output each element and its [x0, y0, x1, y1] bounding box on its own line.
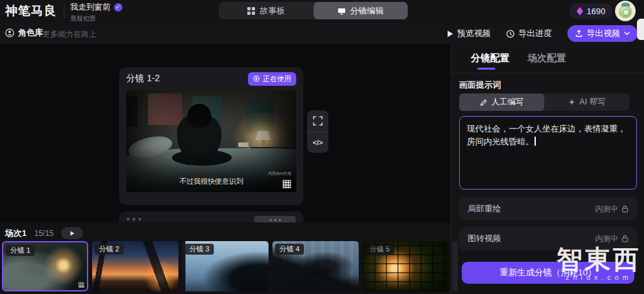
prompt-mode-switch: 人工编写 AI 帮写 — [459, 93, 629, 111]
mode-manual-label: 人工编写 — [491, 97, 524, 108]
in-use-badge: 正在使用 — [248, 72, 296, 86]
divider — [64, 4, 64, 18]
view-tabs: 故事板 分镜编辑 — [219, 2, 408, 19]
top-bar: 神笔马良 我走到窗前 ✓ 悬疑犯罪 故事板 — [0, 0, 644, 23]
thumbnail-shot-3[interactable]: 分镜 3 — [182, 241, 269, 291]
play-icon — [447, 30, 453, 37]
inpaint-status: 内测中 — [595, 204, 618, 215]
regenerate-shot-button[interactable]: 重新生成分镜（消耗10） — [462, 262, 634, 284]
text-caret — [535, 137, 536, 146]
toolbar-actions: 预览视频 导出进度 导出视频 — [447, 25, 638, 42]
scene-header: 场次1 15/15 — [5, 227, 83, 239]
chevron-down-icon — [624, 32, 630, 35]
export-video-label: 导出视频 — [587, 28, 620, 39]
fullscreen-icon — [313, 116, 323, 126]
mode-manual[interactable]: 人工编写 — [459, 93, 544, 111]
export-progress-button[interactable]: 导出进度 — [506, 28, 552, 39]
shot-thumbnails: 分镜 1 分镜 2 分镜 3 分镜 4 分镜 5 — [2, 241, 458, 291]
check-badge-icon: ✓ — [114, 3, 122, 12]
code-view-button[interactable]: </> — [307, 132, 328, 153]
tab-scene-config[interactable]: 场次配置 — [527, 52, 566, 64]
shot-frame-image[interactable]: 不过我很快便意识到 内容由AI生成 — [126, 90, 296, 192]
ai-generated-watermark: 内容由AI生成 — [268, 171, 291, 177]
timeline-panel: 场次1 15/15 分镜 1 分镜 2 分镜 3 分镜 4 — [0, 222, 451, 294]
loading-dots — [127, 218, 141, 220]
avatar-eye — [623, 9, 629, 15]
progress-clock-icon — [506, 30, 515, 38]
scene-play-button[interactable] — [61, 227, 83, 239]
mode-ai-assist[interactable]: AI 帮写 — [544, 93, 629, 111]
image-to-video-row[interactable]: 图转视频 内测中 — [459, 227, 637, 250]
active-tab-underline — [477, 68, 495, 70]
play-icon — [70, 231, 75, 236]
qr-code-watermark — [283, 180, 291, 188]
ai-sparkle-icon — [568, 99, 576, 106]
more-features-hint: 更多能力在路上 — [43, 29, 97, 40]
project-title: 我走到窗前 — [70, 2, 111, 13]
divider — [451, 73, 644, 74]
export-video-button[interactable]: 导出视频 — [567, 25, 638, 42]
thumbnail-label: 分镜 5 — [365, 244, 394, 255]
prompt-text: 现代社会，一个女人坐在床边，表情凝重，房间内光线昏暗。 — [467, 124, 626, 146]
upload-icon — [575, 30, 583, 37]
app-logo: 神笔马良 — [5, 3, 57, 19]
scene-label: 场次1 — [5, 228, 26, 239]
project-genre: 悬疑犯罪 — [70, 14, 122, 23]
fullscreen-button[interactable] — [307, 110, 328, 132]
edge-widget[interactable] — [637, 19, 644, 40]
tab-storyboard[interactable]: 故事板 — [219, 2, 314, 19]
person-circle-icon — [5, 28, 14, 37]
lock-icon — [621, 235, 629, 242]
app-window: 神笔马良 我走到窗前 ✓ 悬疑犯罪 故事板 — [0, 0, 644, 294]
prompt-section-label: 画面提示词 — [459, 79, 501, 91]
user-avatar[interactable] — [615, 1, 636, 21]
image-to-video-label: 图转视频 — [468, 233, 501, 244]
credits-value: 1690 — [587, 6, 605, 16]
code-icon: </> — [313, 139, 323, 146]
gem-icon — [576, 7, 583, 15]
shot-card[interactable]: 分镜 1-2 正在使用 — [119, 67, 303, 205]
character-library-label: 角色库 — [18, 27, 43, 39]
grid-icon — [247, 7, 255, 15]
mode-ai-assist-label: AI 帮写 — [580, 97, 605, 108]
thumbnail-label: 分镜 2 — [95, 244, 124, 255]
tab-shot-editor-label: 分镜编辑 — [350, 5, 384, 17]
pencil-icon — [480, 99, 488, 106]
tab-storyboard-label: 故事板 — [260, 5, 285, 17]
character-library-button[interactable]: 角色库 — [5, 27, 43, 39]
credits-pill[interactable]: 1690 — [569, 3, 612, 19]
thumbnail-shot-4[interactable]: 分镜 4 — [272, 241, 359, 291]
thumbnail-shot-5[interactable]: 分镜 5 — [363, 241, 449, 291]
radio-dot-icon — [253, 75, 260, 82]
preview-video-button[interactable]: 预览视频 — [447, 28, 491, 39]
inpaint-row[interactable]: 局部重绘 内测中 — [459, 197, 637, 220]
thumbnail-shot-2[interactable]: 分镜 2 — [92, 241, 178, 291]
image-to-video-status: 内测中 — [595, 233, 618, 244]
subtitle-caption: 不过我很快便意识到 — [126, 177, 296, 186]
shot-card-title: 分镜 1-2 — [126, 73, 160, 84]
tab-shot-config[interactable]: 分镜配置 — [471, 52, 509, 64]
in-use-badge-label: 正在使用 — [263, 74, 291, 84]
thumbnail-label: 分镜 1 — [6, 245, 35, 256]
lock-icon — [621, 205, 629, 213]
shot-count: 15/15 — [34, 229, 53, 238]
shot-card-header: 分镜 1-2 正在使用 — [119, 67, 303, 90]
avatar-cap — [621, 3, 630, 6]
thumbnail-label: 分镜 4 — [275, 244, 304, 255]
export-progress-label: 导出进度 — [518, 28, 552, 39]
shot-side-toolbar: </> — [307, 110, 328, 153]
config-panel: 分镜配置 场次配置 画面提示词 人工编写 AI 帮写 现代社会，一个女人坐在床边… — [451, 44, 644, 294]
monitor-icon — [337, 7, 346, 15]
thumbnail-label: 分镜 3 — [185, 244, 214, 255]
tab-shot-editor[interactable]: 分镜编辑 — [314, 2, 408, 19]
thumbnail-shot-6-partial[interactable] — [453, 241, 458, 291]
prompt-textarea[interactable]: 现代社会，一个女人坐在床边，表情凝重，房间内光线昏暗。 — [459, 116, 637, 190]
inpaint-label: 局部重绘 — [468, 203, 501, 215]
thumbnail-shot-1[interactable]: 分镜 1 — [2, 241, 88, 291]
project-info: 我走到窗前 ✓ 悬疑犯罪 — [70, 2, 122, 23]
preview-video-label: 预览视频 — [457, 28, 491, 39]
qr-code-watermark — [79, 282, 84, 288]
